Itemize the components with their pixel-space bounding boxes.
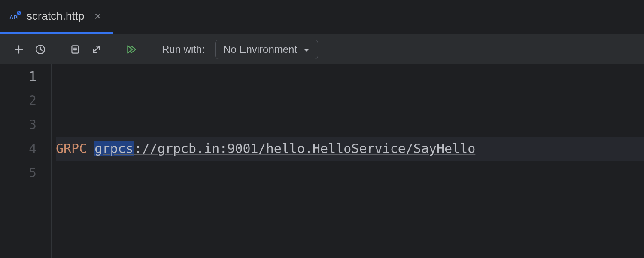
tab-bar: API scratch.http: [0, 0, 644, 34]
url-token: grpcs://grpcb.in:9001/hello.HelloService…: [94, 137, 475, 161]
code-area[interactable]: GRPC grpcs://grpcb.in:9001/hello.HelloSe…: [52, 64, 644, 258]
line-number: 3: [0, 113, 36, 137]
environment-select-value: No Environment: [223, 43, 297, 55]
url-rest: ://grpcb.in:9001/hello.HelloService/SayH…: [134, 141, 476, 156]
chevron-down-icon: [303, 43, 310, 55]
file-tab[interactable]: API scratch.http: [0, 0, 113, 34]
close-tab-button[interactable]: [94, 12, 102, 21]
run-with-label: Run with:: [162, 43, 205, 55]
code-editor[interactable]: 1 2 3 4 5 GRPC grpcs://grpcb.in:9001/hel…: [0, 64, 644, 258]
import-button[interactable]: [88, 41, 105, 58]
environment-select[interactable]: No Environment: [215, 40, 318, 59]
line-number: 2: [0, 89, 36, 113]
api-file-icon: API: [9, 11, 21, 22]
toolbar-separator: [58, 42, 58, 57]
code-line[interactable]: [56, 233, 644, 257]
editor-toolbar: Run with: No Environment: [0, 34, 644, 64]
history-button[interactable]: [32, 41, 49, 58]
file-tab-label: scratch.http: [27, 9, 84, 23]
svg-text:API: API: [9, 14, 19, 21]
code-line[interactable]: GRPC grpcs://grpcb.in:9001/hello.HelloSe…: [56, 137, 644, 161]
line-number: 1: [0, 64, 36, 89]
toolbar-separator: [149, 42, 149, 57]
selection: grpcs: [94, 141, 134, 156]
line-number: 4: [0, 137, 36, 161]
line-number: 5: [0, 161, 36, 185]
http-method-token: GRPC: [56, 137, 87, 161]
add-request-button[interactable]: [10, 41, 27, 58]
run-all-button[interactable]: [123, 41, 140, 58]
examples-button[interactable]: [67, 41, 84, 58]
line-number-gutter: 1 2 3 4 5: [0, 64, 52, 258]
toolbar-separator: [114, 42, 114, 57]
